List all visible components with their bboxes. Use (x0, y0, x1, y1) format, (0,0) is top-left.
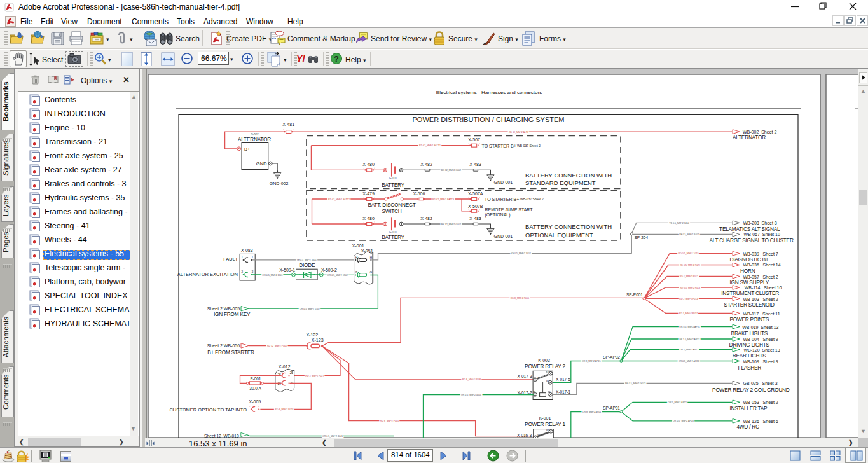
svg-text:REAR LIGHTS: REAR LIGHTS (733, 352, 766, 359)
svg-text:F-001: F-001 (251, 377, 261, 381)
svg-text:H: H (370, 256, 372, 259)
svg-text:OR 5_MM^2 AP52: OR 5_MM^2 AP52 (668, 401, 687, 404)
svg-text:DRIVING LIGHTS: DRIVING LIGHTS (729, 342, 770, 348)
svg-text:RD 0.5_MM^2 P013: RD 0.5_MM^2 P013 (680, 287, 700, 289)
svg-text:OR 0.5_MM^2 1502: OR 0.5_MM^2 1502 (327, 274, 348, 277)
svg-text:X-482: X-482 (420, 216, 432, 221)
svg-text:25: 25 (290, 371, 294, 375)
svg-text:29: 29 (278, 382, 282, 385)
svg-text:WB-037 Sheet 2: WB-037 Sheet 2 (517, 144, 541, 148)
svg-text:WB-114 Sheet 10: WB-114 Sheet 10 (745, 286, 782, 290)
svg-text:30: 30 (537, 434, 540, 437)
svg-text:STARTER SOLENOID: STARTER SOLENOID (724, 301, 775, 308)
svg-text:WB-036 Sheet 14: WB-036 Sheet 14 (743, 263, 781, 267)
svg-text:WB-037 Sheet 2: WB-037 Sheet 2 (520, 197, 544, 201)
svg-text:WB-019 Sheet 13: WB-019 Sheet 13 (742, 325, 778, 329)
svg-text:ALTERNATOR EXCITATION: ALTERNATOR EXCITATION (177, 272, 238, 277)
svg-text:OR 0.5_MM^2 4004: OR 0.5_MM^2 4004 (461, 394, 481, 396)
svg-text:WB-039 Sheet 7: WB-039 Sheet 7 (743, 252, 778, 256)
svg-text:YE 0.5_MM^2 3404: YE 0.5_MM^2 3404 (669, 222, 689, 225)
svg-text:X-001: X-001 (352, 244, 364, 248)
svg-text:RD 19_MM^2 ALT1: RD 19_MM^2 ALT1 (509, 131, 528, 134)
svg-text:X-122: X-122 (306, 333, 318, 337)
svg-text:BK 32_MM^2 G002: BK 32_MM^2 G002 (441, 169, 461, 172)
svg-text:TELAMATICS ALT SIGNAL: TELAMATICS ALT SIGNAL (719, 226, 780, 232)
svg-text:TO STARTER B+: TO STARTER B+ (482, 144, 516, 148)
svg-text:ALT CHARGE SIGNAL TO CLUSTER: ALT CHARGE SIGNAL TO CLUSTER (709, 237, 793, 244)
svg-text:X-509-1: X-509-1 (279, 268, 295, 272)
svg-text:RD 3_MM^2 P017: RD 3_MM^2 P017 (679, 312, 698, 315)
svg-text:X-083: X-083 (241, 248, 253, 252)
svg-text:RD 3_MM^2 P028: RD 3_MM^2 P028 (275, 408, 293, 411)
svg-text:B+ FROM STARTER: B+ FROM STARTER (207, 349, 254, 356)
svg-text:X-480: X-480 (362, 216, 375, 221)
svg-text:BATTERY: BATTERY (382, 234, 404, 240)
svg-text:GND: GND (256, 161, 267, 167)
svg-text:RD 0.5_MM^2 P029: RD 0.5_MM^2 P029 (680, 264, 700, 266)
svg-text:FAULT: FAULT (223, 256, 238, 262)
svg-text:RD 62_MM^2 BATT3: RD 62_MM^2 BATT3 (432, 198, 454, 201)
svg-text:STANDARD EQUIPMENT: STANDARD EQUIPMENT (525, 179, 596, 186)
svg-text:X-507A: X-507A (468, 191, 483, 196)
svg-text:BATTERY: BATTERY (382, 182, 404, 188)
svg-text:WB-109 Sheet 9: WB-109 Sheet 9 (743, 359, 778, 364)
svg-text:4WD / RC: 4WD / RC (736, 424, 759, 430)
svg-text:SP-P001: SP-P001 (626, 293, 643, 297)
svg-text:X-017-2: X-017-2 (517, 390, 532, 395)
svg-text:X-016-3: X-016-3 (517, 433, 532, 438)
svg-text:WB-002 Sheet 2: WB-002 Sheet 2 (743, 130, 776, 134)
svg-text:G: G (370, 271, 373, 274)
svg-text:86: 86 (548, 391, 551, 394)
svg-text:X-481: X-481 (282, 122, 294, 127)
svg-text:DIODE: DIODE (299, 262, 315, 268)
svg-text:YE 0.5_MM^2 3401: YE 0.5_MM^2 3401 (296, 259, 316, 261)
svg-text:OR 8_MM^2 AP01: OR 8_MM^2 AP01 (582, 411, 602, 413)
svg-text:OR 0.5_MM^2 1501: OR 0.5_MM^2 1501 (262, 274, 282, 277)
svg-text:CUSTOMER OPTION TO TAP INTO: CUSTOMER OPTION TO TAP INTO (169, 407, 247, 413)
svg-text:POWER RELAY 2: POWER RELAY 2 (525, 363, 565, 370)
svg-text:IGN FROM KEY: IGN FROM KEY (214, 311, 251, 317)
svg-text:Sheet 2 WB-056: Sheet 2 WB-056 (207, 343, 240, 348)
svg-text:GB-025 Sheet 3: GB-025 Sheet 3 (743, 381, 778, 385)
svg-text:DIAGNOSTIC B+: DIAGNOSTIC B+ (729, 256, 768, 263)
svg-text:WB-117 Sheet 11: WB-117 Sheet 11 (743, 312, 780, 316)
svg-text:OR 0.8_MM^2 AP23: OR 0.8_MM^2 AP23 (679, 360, 699, 363)
svg-text:BRAKE LIGHTS: BRAKE LIGHTS (731, 330, 768, 336)
svg-text:WB-126 Sheet 6: WB-126 Sheet 6 (743, 419, 778, 424)
svg-text:RD 32_MM^2 P002: RD 32_MM^2 P002 (267, 345, 287, 347)
svg-text:INSTALLER TAP: INSTALLER TAP (729, 405, 768, 411)
svg-text:X-483: X-483 (469, 162, 481, 167)
svg-text:WB-067 Sheet 10: WB-067 Sheet 10 (744, 232, 780, 237)
svg-text:WB-057 Sheet 2: WB-057 Sheet 2 (743, 275, 778, 279)
svg-text:POWER RELAY 2 COIL GROUND: POWER RELAY 2 COIL GROUND (712, 387, 790, 393)
svg-text:(OPTIONAL): (OPTIONAL) (485, 212, 511, 218)
svg-text:X-507B: X-507B (468, 204, 483, 209)
svg-text:IGN SW SUPPLY: IGN SW SUPPLY (729, 279, 769, 286)
svg-text:X-005: X-005 (249, 399, 261, 404)
svg-text:YE 0.5_MM^2 3402: YE 0.5_MM^2 3402 (679, 233, 699, 236)
svg-text:X-012: X-012 (279, 364, 291, 369)
svg-text:?: ? (334, 55, 338, 64)
svg-text:HORN: HORN (740, 268, 755, 274)
svg-text:RD 8_MM^2 P005: RD 8_MM^2 P005 (380, 420, 399, 422)
svg-text:Sheet 2 WB-005: Sheet 2 WB-005 (207, 307, 240, 311)
svg-text:SP-204: SP-204 (634, 235, 648, 240)
svg-text:OPTIONAL EQUIPMENT: OPTIONAL EQUIPMENT (525, 232, 593, 238)
svg-text:87: 87 (546, 380, 549, 383)
svg-text:POWER DISTRIBUTION / CHARGING: POWER DISTRIBUTION / CHARGING SYSTEM (413, 116, 565, 123)
svg-text:X-017-3: X-017-3 (517, 374, 532, 378)
svg-text:30.0 A: 30.0 A (249, 386, 261, 390)
svg-text:RD 8_MM^2 P008: RD 8_MM^2 P008 (462, 378, 481, 381)
svg-text:WB-053 Sheet 2: WB-053 Sheet 2 (743, 400, 778, 404)
svg-text:X-017-5: X-017-5 (556, 377, 571, 382)
svg-text:OR 0.5_MM^2 AP03: OR 0.5_MM^2 AP03 (673, 420, 694, 422)
svg-text:RD 62_MM^2 BATT2: RD 62_MM^2 BATT2 (328, 198, 350, 201)
svg-text:87a: 87a (546, 429, 550, 432)
svg-text:BATTERY CONNECTION WITH: BATTERY CONNECTION WITH (525, 172, 612, 179)
svg-text:87a: 87a (546, 371, 550, 373)
svg-text:GND-001: GND-001 (494, 180, 513, 184)
svg-text:G-001: G-001 (389, 177, 397, 180)
svg-text:WB-120 Sheet 13: WB-120 Sheet 13 (743, 348, 780, 352)
svg-text:X-509-2: X-509-2 (321, 268, 337, 272)
svg-text:OR 1.0_MM^2 AP32: OR 1.0_MM^2 AP32 (679, 338, 700, 341)
